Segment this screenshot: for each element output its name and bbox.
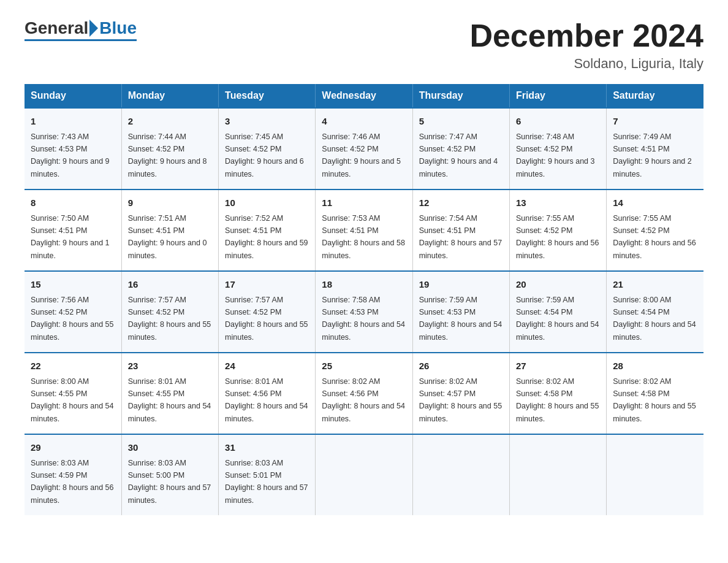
title-area: December 2024 Soldano, Liguria, Italy [469, 18, 703, 72]
day-info: Sunrise: 7:59 AMSunset: 4:53 PMDaylight:… [419, 296, 502, 342]
header-friday: Friday [509, 84, 606, 108]
day-info: Sunrise: 7:57 AMSunset: 4:52 PMDaylight:… [225, 296, 308, 342]
page-header: General Blue December 2024 Soldano, Ligu… [25, 18, 703, 72]
header-tuesday: Tuesday [219, 84, 316, 108]
day-number: 25 [322, 359, 406, 373]
day-info: Sunrise: 7:55 AMSunset: 4:52 PMDaylight:… [516, 214, 599, 260]
day-number: 5 [419, 115, 503, 129]
logo-underline [25, 39, 137, 41]
calendar-cell: 1 Sunrise: 7:43 AMSunset: 4:53 PMDayligh… [25, 108, 121, 190]
day-number: 15 [31, 278, 115, 292]
day-number: 19 [419, 278, 503, 292]
day-number: 9 [128, 196, 212, 210]
calendar-cell: 9 Sunrise: 7:51 AMSunset: 4:51 PMDayligh… [121, 190, 218, 271]
calendar-cell: 19 Sunrise: 7:59 AMSunset: 4:53 PMDaylig… [412, 271, 509, 353]
day-number: 12 [419, 196, 503, 210]
day-number: 21 [613, 278, 697, 292]
day-info: Sunrise: 7:44 AMSunset: 4:52 PMDaylight:… [128, 132, 207, 178]
calendar-cell [607, 434, 703, 515]
calendar-cell: 16 Sunrise: 7:57 AMSunset: 4:52 PMDaylig… [121, 271, 218, 353]
location-subtitle: Soldano, Liguria, Italy [469, 56, 703, 72]
day-info: Sunrise: 7:57 AMSunset: 4:52 PMDaylight:… [128, 296, 211, 342]
calendar-body: 1 Sunrise: 7:43 AMSunset: 4:53 PMDayligh… [25, 108, 703, 515]
header-sunday: Sunday [25, 84, 121, 108]
logo-general-text: General [25, 18, 88, 38]
calendar-cell: 7 Sunrise: 7:49 AMSunset: 4:51 PMDayligh… [607, 108, 703, 190]
day-info: Sunrise: 8:01 AMSunset: 4:56 PMDaylight:… [225, 377, 308, 423]
day-number: 13 [516, 196, 600, 210]
day-number: 7 [613, 115, 697, 129]
day-info: Sunrise: 7:51 AMSunset: 4:51 PMDaylight:… [128, 214, 207, 260]
calendar-cell: 11 Sunrise: 7:53 AMSunset: 4:51 PMDaylig… [316, 190, 412, 271]
day-number: 22 [31, 359, 115, 373]
calendar-cell: 28 Sunrise: 8:02 AMSunset: 4:58 PMDaylig… [607, 353, 703, 434]
logo-blue-text: Blue [99, 18, 137, 38]
header-wednesday: Wednesday [316, 84, 412, 108]
calendar-cell: 12 Sunrise: 7:54 AMSunset: 4:51 PMDaylig… [412, 190, 509, 271]
day-number: 17 [225, 278, 309, 292]
calendar-cell: 17 Sunrise: 7:57 AMSunset: 4:52 PMDaylig… [219, 271, 316, 353]
day-number: 2 [128, 115, 212, 129]
day-number: 14 [613, 196, 697, 210]
header-row: SundayMondayTuesdayWednesdayThursdayFrid… [25, 84, 703, 108]
day-info: Sunrise: 7:53 AMSunset: 4:51 PMDaylight:… [322, 214, 405, 260]
calendar-cell: 27 Sunrise: 8:02 AMSunset: 4:58 PMDaylig… [509, 353, 606, 434]
day-info: Sunrise: 7:52 AMSunset: 4:51 PMDaylight:… [225, 214, 308, 260]
day-info: Sunrise: 8:02 AMSunset: 4:57 PMDaylight:… [419, 377, 502, 423]
day-info: Sunrise: 7:49 AMSunset: 4:51 PMDaylight:… [613, 132, 692, 178]
day-info: Sunrise: 7:55 AMSunset: 4:52 PMDaylight:… [613, 214, 696, 260]
calendar-cell: 8 Sunrise: 7:50 AMSunset: 4:51 PMDayligh… [25, 190, 121, 271]
header-thursday: Thursday [412, 84, 509, 108]
week-row: 29 Sunrise: 8:03 AMSunset: 4:59 PMDaylig… [25, 434, 703, 515]
day-info: Sunrise: 8:03 AMSunset: 5:01 PMDaylight:… [225, 459, 308, 505]
logo: General Blue [25, 18, 137, 41]
calendar-cell: 30 Sunrise: 8:03 AMSunset: 5:00 PMDaylig… [121, 434, 218, 515]
day-number: 23 [128, 359, 212, 373]
day-info: Sunrise: 8:01 AMSunset: 4:55 PMDaylight:… [128, 377, 211, 423]
day-info: Sunrise: 7:58 AMSunset: 4:53 PMDaylight:… [322, 296, 405, 342]
day-info: Sunrise: 7:45 AMSunset: 4:52 PMDaylight:… [225, 132, 304, 178]
day-info: Sunrise: 7:43 AMSunset: 4:53 PMDaylight:… [31, 132, 110, 178]
calendar-cell [412, 434, 509, 515]
day-info: Sunrise: 8:00 AMSunset: 4:54 PMDaylight:… [613, 296, 696, 342]
week-row: 1 Sunrise: 7:43 AMSunset: 4:53 PMDayligh… [25, 108, 703, 190]
calendar-cell [509, 434, 606, 515]
day-info: Sunrise: 8:03 AMSunset: 4:59 PMDaylight:… [31, 459, 114, 505]
week-row: 15 Sunrise: 7:56 AMSunset: 4:52 PMDaylig… [25, 271, 703, 353]
day-number: 16 [128, 278, 212, 292]
day-number: 8 [31, 196, 115, 210]
month-title: December 2024 [469, 18, 703, 53]
day-number: 10 [225, 196, 309, 210]
day-info: Sunrise: 7:47 AMSunset: 4:52 PMDaylight:… [419, 132, 498, 178]
day-info: Sunrise: 7:48 AMSunset: 4:52 PMDaylight:… [516, 132, 595, 178]
calendar-cell: 18 Sunrise: 7:58 AMSunset: 4:53 PMDaylig… [316, 271, 412, 353]
calendar-cell: 13 Sunrise: 7:55 AMSunset: 4:52 PMDaylig… [509, 190, 606, 271]
calendar-cell: 3 Sunrise: 7:45 AMSunset: 4:52 PMDayligh… [219, 108, 316, 190]
calendar-cell: 20 Sunrise: 7:59 AMSunset: 4:54 PMDaylig… [509, 271, 606, 353]
day-info: Sunrise: 8:00 AMSunset: 4:55 PMDaylight:… [31, 377, 114, 423]
calendar-cell: 14 Sunrise: 7:55 AMSunset: 4:52 PMDaylig… [607, 190, 703, 271]
calendar-cell: 6 Sunrise: 7:48 AMSunset: 4:52 PMDayligh… [509, 108, 606, 190]
calendar-cell: 10 Sunrise: 7:52 AMSunset: 4:51 PMDaylig… [219, 190, 316, 271]
day-info: Sunrise: 8:03 AMSunset: 5:00 PMDaylight:… [128, 459, 211, 505]
day-number: 24 [225, 359, 309, 373]
calendar-cell: 29 Sunrise: 8:03 AMSunset: 4:59 PMDaylig… [25, 434, 121, 515]
calendar-cell [316, 434, 412, 515]
header-monday: Monday [121, 84, 218, 108]
day-number: 26 [419, 359, 503, 373]
week-row: 8 Sunrise: 7:50 AMSunset: 4:51 PMDayligh… [25, 190, 703, 271]
day-number: 18 [322, 278, 406, 292]
day-number: 3 [225, 115, 309, 129]
calendar-cell: 5 Sunrise: 7:47 AMSunset: 4:52 PMDayligh… [412, 108, 509, 190]
calendar-cell: 4 Sunrise: 7:46 AMSunset: 4:52 PMDayligh… [316, 108, 412, 190]
calendar-header: SundayMondayTuesdayWednesdayThursdayFrid… [25, 84, 703, 108]
logo-arrow-icon [89, 20, 98, 37]
calendar-cell: 22 Sunrise: 8:00 AMSunset: 4:55 PMDaylig… [25, 353, 121, 434]
day-info: Sunrise: 7:59 AMSunset: 4:54 PMDaylight:… [516, 296, 599, 342]
calendar-cell: 21 Sunrise: 8:00 AMSunset: 4:54 PMDaylig… [607, 271, 703, 353]
week-row: 22 Sunrise: 8:00 AMSunset: 4:55 PMDaylig… [25, 353, 703, 434]
day-info: Sunrise: 8:02 AMSunset: 4:58 PMDaylight:… [516, 377, 599, 423]
calendar-table: SundayMondayTuesdayWednesdayThursdayFrid… [25, 84, 703, 515]
day-number: 6 [516, 115, 600, 129]
day-info: Sunrise: 7:54 AMSunset: 4:51 PMDaylight:… [419, 214, 502, 260]
